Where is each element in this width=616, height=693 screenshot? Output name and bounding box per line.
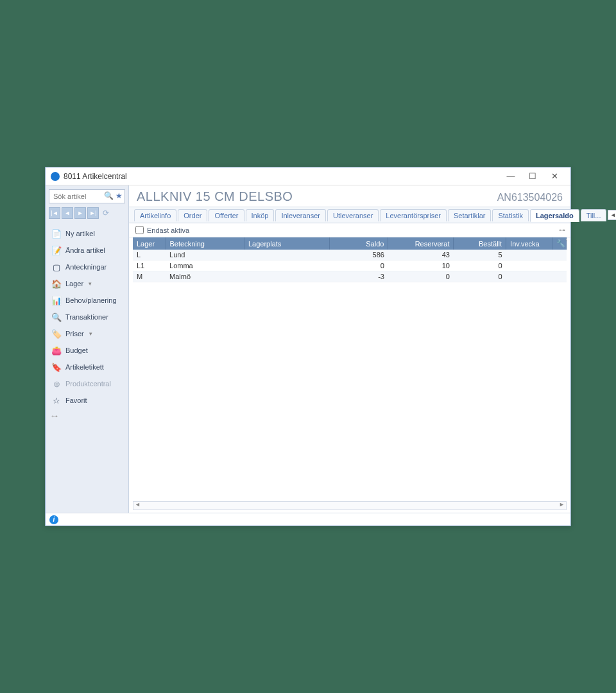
sidebar-item-artikeletikett[interactable]: 🔖Artikeletikett bbox=[49, 359, 125, 375]
sidebar-item-label: Budget bbox=[65, 346, 88, 354]
col-lager[interactable]: Lager bbox=[133, 237, 166, 250]
cell: Malmö bbox=[166, 271, 244, 282]
sidebar: 🔍 ★ |◄ ◄ ► ►| ⟳ 📄Ny artikel📝Ändra artike… bbox=[46, 185, 129, 513]
pin-icon[interactable]: ⊶ bbox=[559, 227, 565, 234]
window-title: 8011 Artikelcentral bbox=[64, 172, 127, 181]
cell: 0 bbox=[454, 261, 506, 271]
sidebar-icon: 📝 bbox=[51, 245, 62, 255]
app-icon bbox=[51, 172, 60, 181]
sidebar-icon: ⊜ bbox=[51, 379, 62, 389]
table-row[interactable]: L1Lomma0100 bbox=[133, 261, 567, 271]
sidebar-item--ndra-artikel[interactable]: 📝Ändra artikel bbox=[49, 242, 125, 259]
tab-order[interactable]: Order bbox=[178, 209, 207, 221]
titlebar: 8011 Artikelcentral — ☐ ✕ bbox=[46, 167, 570, 185]
cell bbox=[552, 271, 567, 282]
sidebar-item-label: Transaktioner bbox=[65, 313, 108, 321]
cell: 0 bbox=[454, 271, 506, 282]
sidebar-item-priser[interactable]: 🏷️Priser▾ bbox=[49, 325, 125, 342]
sidebar-item-anteckningar[interactable]: ▢Anteckningar bbox=[49, 259, 125, 275]
sidebar-item-label: Anteckningar bbox=[65, 263, 107, 271]
col-reserverat[interactable]: Reserverat bbox=[388, 237, 454, 250]
tab-statistik[interactable]: Statistik bbox=[492, 209, 529, 221]
tab-scroll-left-button[interactable]: ◄ bbox=[608, 210, 616, 220]
col-lagerplats[interactable]: Lagerplats bbox=[244, 237, 329, 250]
tabbar: ArtikelinfoOrderOfferterInköpInleveranse… bbox=[129, 207, 570, 223]
sidebar-icon: 🏷️ bbox=[51, 329, 62, 339]
cell bbox=[244, 271, 329, 282]
favorite-icon[interactable]: ★ bbox=[116, 191, 123, 200]
cell: 43 bbox=[388, 250, 454, 261]
stock-table: LagerBeteckningLagerplatsSaldoReserverat… bbox=[133, 237, 567, 282]
prev-record-button[interactable]: ◄ bbox=[62, 207, 73, 219]
article-code: AN613504026 bbox=[497, 192, 563, 203]
app-window: 8011 Artikelcentral — ☐ ✕ 🔍 ★ |◄ ◄ ► ►| … bbox=[45, 167, 571, 526]
tab-ink-p[interactable]: Inköp bbox=[246, 209, 275, 221]
cell: 586 bbox=[329, 250, 388, 261]
maximize-button[interactable]: ☐ bbox=[522, 167, 543, 185]
horizontal-scrollbar[interactable] bbox=[133, 501, 567, 510]
sidebar-expand-icon[interactable]: ⊶ bbox=[49, 410, 125, 420]
sidebar-item-behov-planering[interactable]: 📊Behov/planering bbox=[49, 292, 125, 309]
sidebar-icon: 🏠 bbox=[51, 278, 62, 289]
cell: Lund bbox=[166, 250, 244, 261]
cell: 10 bbox=[388, 261, 454, 271]
tab-utleveranser[interactable]: Utleveranser bbox=[327, 209, 379, 221]
sidebar-item-label: Produktcentral bbox=[65, 380, 111, 388]
sidebar-item-label: Priser bbox=[65, 330, 84, 338]
cell: L bbox=[133, 250, 166, 261]
cell bbox=[506, 271, 552, 282]
cell bbox=[506, 250, 552, 261]
sidebar-icon: 📄 bbox=[51, 228, 62, 239]
col-saldo[interactable]: Saldo bbox=[329, 237, 388, 250]
col-tools[interactable]: 🔧 bbox=[552, 237, 567, 250]
sidebar-item-label: Ändra artikel bbox=[65, 246, 105, 254]
cell bbox=[506, 261, 552, 271]
tab-till-[interactable]: Till... bbox=[581, 209, 607, 221]
cell: 5 bbox=[454, 250, 506, 261]
sidebar-item-label: Ny artikel bbox=[65, 230, 95, 237]
grid-wrap: ˄ LagerBeteckningLagerplatsSaldoReserver… bbox=[129, 237, 570, 501]
only-active-checkbox[interactable] bbox=[135, 226, 144, 234]
sidebar-icon: 📊 bbox=[51, 295, 62, 305]
table-row[interactable]: LLund586435 bbox=[133, 250, 567, 261]
col-inv-vecka[interactable]: Inv.vecka bbox=[506, 237, 552, 250]
tab-artikelinfo[interactable]: Artikelinfo bbox=[134, 209, 176, 221]
sidebar-icon: 🔍 bbox=[51, 312, 62, 322]
sidebar-item-favorit[interactable]: ☆Favorit bbox=[49, 392, 125, 409]
sidebar-item-budget[interactable]: 👛Budget bbox=[49, 342, 125, 359]
sidebar-item-lager[interactable]: 🏠Lager▾ bbox=[49, 275, 125, 292]
table-row[interactable]: MMalmö-300 bbox=[133, 271, 567, 282]
cell: M bbox=[133, 271, 166, 282]
sidebar-item-label: Artikeletikett bbox=[65, 363, 104, 371]
tab-leverant-rspriser[interactable]: Leverantörspriser bbox=[380, 209, 447, 221]
last-record-button[interactable]: ►| bbox=[87, 207, 99, 219]
cell bbox=[552, 261, 567, 271]
info-icon[interactable]: i bbox=[49, 515, 58, 524]
statusbar: i bbox=[46, 513, 570, 526]
col-best-llt[interactable]: Beställt bbox=[454, 237, 506, 250]
main-pane: ALLKNIV 15 CM DELSBO AN613504026 Artikel… bbox=[129, 185, 570, 513]
record-nav: |◄ ◄ ► ►| ⟳ bbox=[49, 207, 125, 219]
col-beteckning[interactable]: Beteckning bbox=[166, 237, 244, 250]
tab-lagersaldo[interactable]: Lagersaldo bbox=[530, 209, 579, 222]
first-record-button[interactable]: |◄ bbox=[49, 207, 60, 219]
tab-offerter[interactable]: Offerter bbox=[209, 209, 244, 221]
cell bbox=[244, 250, 329, 261]
cell: Lomma bbox=[166, 261, 244, 271]
tab-setartiklar[interactable]: Setartiklar bbox=[448, 209, 492, 221]
cell: 0 bbox=[388, 271, 454, 282]
filter-bar: Endast aktiva ⊶ bbox=[129, 223, 570, 237]
sidebar-item-transaktioner[interactable]: 🔍Transaktioner bbox=[49, 309, 125, 325]
sidebar-item-label: Lager bbox=[65, 280, 83, 287]
next-record-button[interactable]: ► bbox=[74, 207, 86, 219]
refresh-button[interactable]: ⟳ bbox=[100, 207, 112, 219]
tab-inleveranser[interactable]: Inleveranser bbox=[275, 209, 326, 221]
close-button[interactable]: ✕ bbox=[543, 167, 565, 185]
minimize-button[interactable]: — bbox=[500, 167, 522, 185]
cell: L1 bbox=[133, 261, 166, 271]
sidebar-icon: 👛 bbox=[51, 345, 62, 355]
sidebar-item-ny-artikel[interactable]: 📄Ny artikel bbox=[49, 225, 125, 242]
sidebar-icon: ▢ bbox=[51, 262, 62, 272]
sidebar-item-produktcentral[interactable]: ⊜Produktcentral bbox=[49, 375, 125, 392]
search-icon[interactable]: 🔍 bbox=[104, 191, 114, 200]
